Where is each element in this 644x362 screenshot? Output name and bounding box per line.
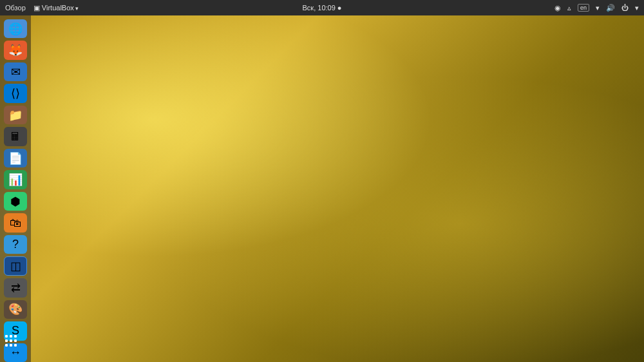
switch-icon[interactable]: ⇄ [4,278,27,297]
language-indicator[interactable]: en [578,4,589,12]
chevron-down-icon[interactable]: ▾ [635,4,639,12]
host-overview-button[interactable]: Обзор [5,4,26,12]
accessibility-icon[interactable]: ◉ [554,4,561,12]
calculator-icon[interactable]: 🖩 [4,127,27,146]
host-app-label: VirtualBox [42,4,74,12]
thunderbird-icon[interactable]: ✉ [4,62,27,81]
network-icon[interactable]: ▵ [567,4,571,12]
vscode-icon[interactable]: ⟨⟩ [4,84,27,102]
chromium-icon[interactable]: 🌐 [4,19,27,38]
power-icon[interactable]: ⏻ [621,4,629,12]
host-app-menu[interactable]: ▣ VirtualBox [33,4,79,12]
host-wallpaper [31,15,644,362]
files-icon[interactable]: 📁 [4,106,27,124]
host-clock[interactable]: Вск, 10:09 ● [303,4,342,12]
gimp-icon[interactable]: 🎨 [4,300,27,319]
calc-icon[interactable]: 📊 [4,170,27,189]
virtualbox-icon[interactable]: ◫ [4,256,27,276]
firefox-icon[interactable]: 🦊 [4,41,27,59]
help-icon[interactable]: ? [4,235,27,254]
show-applications-button[interactable] [5,335,26,356]
writer-icon[interactable]: 📄 [4,149,27,167]
volume-icon[interactable]: 🔊 [606,4,615,12]
terminal-green-icon[interactable]: ⬢ [4,192,27,211]
host-top-panel: Обзор ▣ VirtualBox Вск, 10:09 ● ◉ ▵ en ▾… [0,0,644,15]
software-icon[interactable]: 🛍 [4,213,27,232]
menu-icon[interactable]: ▾ [596,4,600,12]
host-dock: 🌐 🦊 ✉ ⟨⟩ 📁 🖩 📄 📊 ⬢ 🛍 ? ◫ ⇄ 🎨 S ↔ [0,15,31,362]
